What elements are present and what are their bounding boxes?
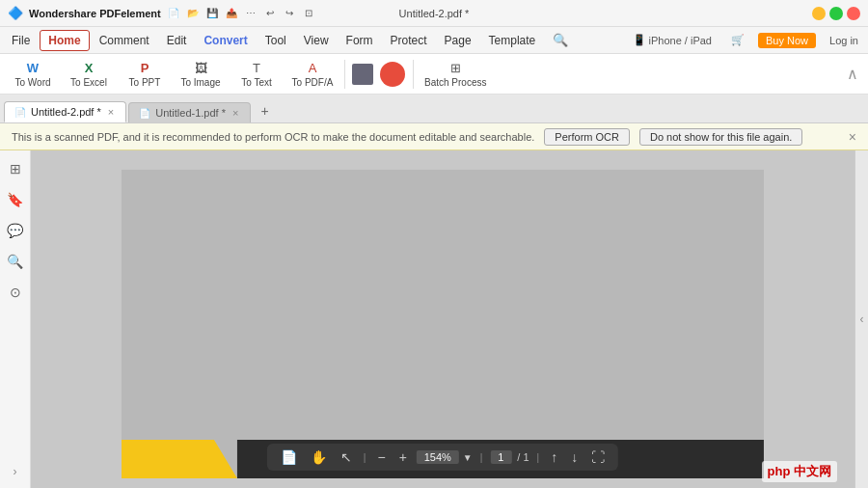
menu-comment[interactable]: Comment [92, 31, 157, 50]
to-text-label: To Text [241, 77, 272, 88]
color-square-button[interactable] [352, 64, 373, 85]
save-icon[interactable]: 💾 [205, 7, 219, 20]
to-excel-label: To Excel [70, 77, 107, 88]
menu-tool[interactable]: Tool [258, 31, 294, 50]
menu-page[interactable]: Page [437, 31, 479, 50]
title-bar-left: 🔷 Wondershare PDFelement 📄 📂 💾 📤 ⋯ ↩ ↪ ⊡ [8, 6, 315, 20]
minimize-button[interactable] [812, 7, 826, 20]
dismiss-ocr-button[interactable]: Do not show for this file again. [639, 128, 802, 146]
zoom-value[interactable]: 154% [417, 450, 459, 464]
tab-untitled1-close[interactable]: × [231, 107, 240, 119]
menu-template[interactable]: Template [481, 31, 544, 50]
to-excel-button[interactable]: X To Excel [62, 58, 116, 91]
ppt-icon: P [141, 61, 149, 75]
menu-convert[interactable]: Convert [196, 31, 255, 50]
more-icon[interactable]: ⋯ [244, 7, 258, 20]
app-name: Wondershare PDFelement [29, 8, 161, 19]
close-button[interactable] [847, 7, 860, 20]
sidebar-search-icon[interactable]: 🔍 [5, 251, 26, 272]
toolbar-divider-2 [413, 60, 414, 89]
to-pdfa-button[interactable]: A To PDF/A [285, 58, 339, 91]
doc-title: Untitled-2.pdf * [399, 8, 470, 19]
sidebar-comment-icon[interactable]: 💬 [5, 220, 26, 241]
red-circle-button[interactable] [380, 62, 405, 87]
tab-pdf-icon: 📄 [14, 107, 26, 118]
menu-form[interactable]: Form [339, 31, 381, 50]
tabs-bar: 📄 Untitled-2.pdf * × 📄 Untitled-1.pdf * … [0, 95, 868, 123]
zoom-dropdown-icon[interactable]: ▼ [463, 452, 473, 463]
to-image-label: To Image [180, 77, 220, 88]
to-ppt-label: To PPT [129, 77, 161, 88]
to-image-button[interactable]: 🖼 To Image [174, 58, 228, 91]
excel-icon: X [85, 61, 94, 75]
to-word-button[interactable]: W To Word [6, 58, 60, 91]
window-controls [812, 7, 860, 20]
to-ppt-button[interactable]: P To PPT [118, 58, 172, 91]
watermark-text: php 中文网 [768, 464, 831, 478]
redo-icon[interactable]: ↪ [283, 7, 296, 20]
toolbar: W To Word X To Excel P To PPT 🖼 To Image… [0, 54, 868, 95]
undo-icon[interactable]: ↩ [263, 7, 277, 20]
toolbar-divider-1 [344, 60, 345, 89]
tab-untitled1-label: Untitled-1.pdf * [155, 107, 226, 119]
tab-add-button[interactable]: + [253, 99, 276, 122]
maximize-button[interactable] [829, 7, 843, 20]
app-logo: 🔷 [8, 6, 23, 20]
menu-right: 📱 iPhone / iPad 🛒 Buy Now Log in [627, 32, 864, 48]
notification-close-button[interactable]: × [849, 129, 856, 145]
batch-process-button[interactable]: ⊞ Batch Process [419, 58, 492, 91]
batch-icon: ⊞ [450, 61, 461, 75]
toolbar-sep-1: | [364, 452, 366, 463]
share-icon[interactable]: 📤 [225, 7, 238, 20]
notification-message: This is a scanned PDF, and it is recomme… [12, 131, 534, 143]
login-btn[interactable]: Log in [824, 33, 864, 48]
search-menu-icon[interactable]: 🔍 [545, 30, 576, 50]
text-icon: T [253, 61, 260, 75]
open-icon[interactable]: 📂 [186, 7, 200, 20]
menu-home[interactable]: Home [40, 30, 89, 51]
tab-untitled2[interactable]: 📄 Untitled-2.pdf * × [4, 101, 126, 122]
next-page-button[interactable]: ↓ [567, 447, 582, 467]
hand-tool-button[interactable]: ✋ [307, 447, 331, 467]
fit-page-button[interactable]: ⛶ [587, 447, 609, 467]
menu-bar: File Home Comment Edit Convert Tool View… [0, 27, 868, 54]
zoom-in-button[interactable]: + [395, 447, 411, 467]
zoom-out-button[interactable]: − [373, 447, 389, 467]
buy-now-button[interactable]: Buy Now [758, 33, 816, 48]
menu-file[interactable]: File [4, 31, 38, 50]
tab-untitled2-close[interactable]: × [106, 106, 116, 118]
bottom-toolbar: 📄 ✋ ↖ | − + 154% ▼ | 1 / 1 | ↑ ↓ ⛶ [267, 444, 618, 471]
right-panel-collapse-button[interactable]: ‹ [854, 150, 868, 488]
pdfa-icon: A [309, 61, 317, 75]
sidebar-bookmark-icon[interactable]: 🔖 [5, 189, 26, 210]
tab-untitled1[interactable]: 📄 Untitled-1.pdf * × [128, 102, 251, 122]
tab-pdf-icon-2: 📄 [139, 108, 150, 119]
notification-bar: This is a scanned PDF, and it is recomme… [0, 123, 868, 150]
to-word-label: To Word [14, 77, 50, 88]
toolbar-up-arrow[interactable]: ∧ [843, 63, 862, 85]
menu-protect[interactable]: Protect [383, 31, 435, 50]
menu-view[interactable]: View [296, 31, 337, 50]
page-total-label: / 1 [517, 451, 529, 463]
word-icon: W [27, 61, 39, 75]
menu-edit[interactable]: Edit [159, 31, 195, 50]
device-btn[interactable]: 📱 iPhone / iPad [627, 32, 718, 48]
title-bar: 🔷 Wondershare PDFelement 📄 📂 💾 📤 ⋯ ↩ ↪ ⊡… [0, 0, 868, 27]
device-label: iPhone / iPad [649, 35, 712, 46]
page-number-input[interactable]: 1 [490, 450, 511, 464]
store-icon-btn[interactable]: 🛒 [725, 32, 750, 48]
sidebar-layers-icon[interactable]: ⊙ [5, 282, 26, 303]
document-area: 📄 ✋ ↖ | − + 154% ▼ | 1 / 1 | ↑ ↓ ⛶ php 中… [31, 150, 854, 488]
main-area: ⊞ 🔖 💬 🔍 ⊙ › 📄 ✋ ↖ | − + 154% ▼ [0, 150, 868, 488]
select-tool-button[interactable]: ↖ [337, 447, 356, 467]
sidebar-expand-button[interactable]: › [7, 463, 24, 480]
to-pdfa-label: To PDF/A [292, 77, 334, 88]
prev-page-button[interactable]: ↑ [547, 447, 561, 467]
new-doc-icon[interactable]: 📄 [167, 7, 180, 20]
perform-ocr-button[interactable]: Perform OCR [544, 128, 630, 146]
expand-icon[interactable]: ⊡ [302, 7, 315, 20]
left-sidebar: ⊞ 🔖 💬 🔍 ⊙ › [0, 150, 31, 488]
to-text-button[interactable]: T To Text [230, 58, 284, 91]
sidebar-thumbnail-icon[interactable]: ⊞ [5, 158, 26, 179]
batch-label: Batch Process [424, 77, 486, 88]
